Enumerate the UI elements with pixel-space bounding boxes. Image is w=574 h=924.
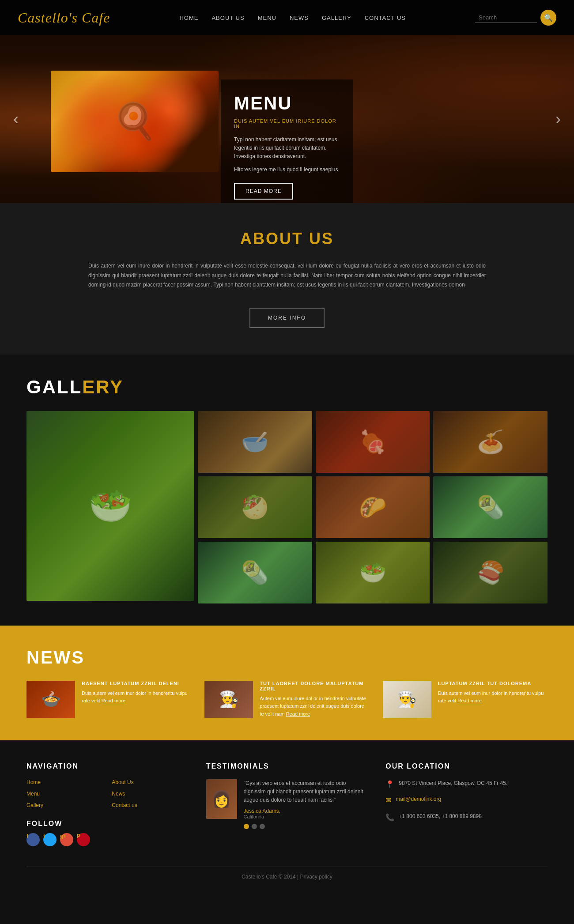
news-body-3: Duis autem vel eum inur dolor in hendrer… [438,690,548,705]
search-input[interactable] [475,12,537,23]
gallery-heading-highlight: ERY [82,377,124,397]
hero-prev-button[interactable]: ‹ [9,106,23,133]
hero-body-2: Hitores legere me lius quod ii legunt sa… [234,166,340,174]
about-body: Duis autem vel eum inure dolor in hendre… [88,261,486,290]
search-icon: 🔍 [544,14,553,22]
news-title-2: TUT LAOREET DOLORE MALUPTATUM ZZRIL [260,681,369,691]
about-heading: ABOUT US [35,230,539,248]
footer-link-menu[interactable]: Menu [26,791,103,797]
dot-1[interactable] [244,824,249,829]
location-address-text: 9870 St Vincent Place, Glasgow, DC 45 Fr… [399,779,507,787]
gallery-item-3[interactable] [316,411,430,473]
email-icon: ✉ [385,796,391,804]
footer-location: OUR LOCATION 📍 9870 St Vincent Place, Gl… [385,762,548,849]
location-email-item: ✉ mail@demolink.org [385,795,548,806]
testimonial-avatar [206,779,237,819]
site-logo: Castello's Cafe [18,10,110,26]
footer-nav-heading: NAVIGATION [26,762,189,770]
gallery-item-7[interactable] [433,476,548,538]
header: Castello's Cafe HOME ABOUT US MENU NEWS … [0,0,574,35]
gallery-grid [26,411,548,603]
news-read-more-2[interactable]: Read more [286,711,310,717]
about-more-info-button[interactable]: MORE INFO [249,308,325,328]
phone-icon: 📞 [385,813,394,822]
footer-nav-links: Home About Us Menu News Gallery Contact … [26,779,189,811]
news-read-more-1[interactable]: Read more [102,698,125,703]
hero-body-1: Typi non habent claritatem insitam; est … [234,136,340,161]
nav-contact[interactable]: CONTACT US [365,15,406,21]
location-pin-icon: 📍 [385,780,394,788]
testimonial-dots [244,824,368,829]
news-item-2: TUT LAOREET DOLORE MALUPTATUM ZZRIL Aute… [204,681,369,718]
gallery-section: GALLERY [0,355,574,626]
news-item-1: RAESENT LUPTATUM ZZRIL DELENI Duis autem… [26,681,191,718]
gallery-heading: GALLERY [26,377,548,398]
social-icons: f t g+ P [26,833,189,849]
news-read-more-3[interactable]: Read more [457,698,481,703]
news-grid: RAESENT LUPTATUM ZZRIL DELENI Duis autem… [26,681,548,718]
location-heading: OUR LOCATION [385,762,548,770]
follow-section: FOLLOW f t g+ P [26,820,189,849]
main-nav: HOME ABOUT US MENU NEWS GALLERY CONTACT … [179,15,406,21]
news-item-3: LUPTATUM ZZRIL TUT DOLOREMA Duis autem v… [383,681,548,718]
footer-navigation: NAVIGATION Home About Us Menu News Galle… [26,762,189,849]
follow-heading: FOLLOW [26,820,189,828]
hero-cta-button[interactable]: READ MORE [234,183,293,200]
location-email-link[interactable]: mail@demolink.org [396,795,441,803]
pinterest-icon[interactable]: P [77,833,90,846]
footer-bottom: Castello's Cafe © 2014 | Privacy policy [26,867,548,880]
about-section: ABOUT US Duis autem vel eum inure dolor … [0,203,574,355]
googleplus-icon[interactable]: g+ [60,833,73,846]
hero-next-button[interactable]: › [551,106,565,133]
about-heading-highlight: US [303,230,334,248]
gallery-item-10[interactable] [433,542,548,603]
gallery-item-main[interactable] [26,411,194,601]
news-title-3: LUPTATUM ZZRIL TUT DOLOREMA [438,681,548,686]
gallery-item-2[interactable] [198,411,312,473]
location-phone-text: +1 800 603 6035, +1 800 889 9898 [399,812,482,820]
testimonial-location: California [244,814,368,819]
testimonial-box: "Gys at vero eros et accumsan et iusto o… [206,779,368,830]
testimonial-author: Jessica Adams, [244,808,368,814]
news-body-2: Autem val eum inure dol or in hendrerin … [260,695,369,718]
nav-menu[interactable]: MENU [258,15,276,21]
footer-link-gallery[interactable]: Gallery [26,802,103,808]
hero-section: MENU DUIS AUTEM VEL EUM IRIURE DOLOR IN … [0,35,574,203]
copyright-text: Castello's Cafe © 2014 | Privacy policy [242,874,332,880]
footer-grid: NAVIGATION Home About Us Menu News Galle… [26,762,548,849]
hero-content: MENU DUIS AUTEM VEL EUM IRIURE DOLOR IN … [221,79,353,203]
news-thumb-3 [383,681,431,718]
location-address-item: 📍 9870 St Vincent Place, Glasgow, DC 45 … [385,779,548,788]
news-thumb-1 [26,681,75,718]
nav-gallery[interactable]: GALLERY [322,15,351,21]
gallery-heading-text: GALL [26,377,82,397]
nav-home[interactable]: HOME [179,15,198,21]
dot-2[interactable] [252,824,257,829]
testimonial-content: "Gys at vero eros et accumsan et iusto o… [244,779,368,830]
news-body-1: Duis autem vel eum inur dolor in hendrer… [82,690,191,705]
gallery-item-4[interactable] [433,411,548,473]
twitter-icon[interactable]: t [43,833,57,846]
dot-3[interactable] [260,824,265,829]
news-heading: NEWS [26,648,548,668]
gallery-item-5[interactable] [198,476,312,538]
footer: NAVIGATION Home About Us Menu News Galle… [0,740,574,889]
location-email-text: mail@demolink.org [396,795,441,806]
footer-testimonials: TESTIMONIALS "Gys at vero eros et accums… [206,762,368,849]
testimonials-heading: TESTIMONIALS [206,762,368,770]
nav-news[interactable]: NEWS [290,15,309,21]
hero-food-image [51,71,219,172]
footer-link-contact[interactable]: Contact us [112,802,188,808]
footer-link-about[interactable]: About Us [112,779,188,785]
gallery-item-8[interactable] [198,542,312,603]
news-text-3: LUPTATUM ZZRIL TUT DOLOREMA Duis autem v… [438,681,548,705]
nav-about[interactable]: ABOUT US [211,15,244,21]
gallery-item-6[interactable] [316,476,430,538]
footer-link-news[interactable]: News [112,791,188,797]
hero-subtitle: DUIS AUTEM VEL EUM IRIURE DOLOR IN [234,118,340,129]
news-title-1: RAESENT LUPTATUM ZZRIL DELENI [82,681,191,686]
footer-link-home[interactable]: Home [26,779,103,785]
facebook-icon[interactable]: f [26,833,40,846]
search-button[interactable]: 🔍 [540,10,556,26]
gallery-item-9[interactable] [316,542,430,603]
